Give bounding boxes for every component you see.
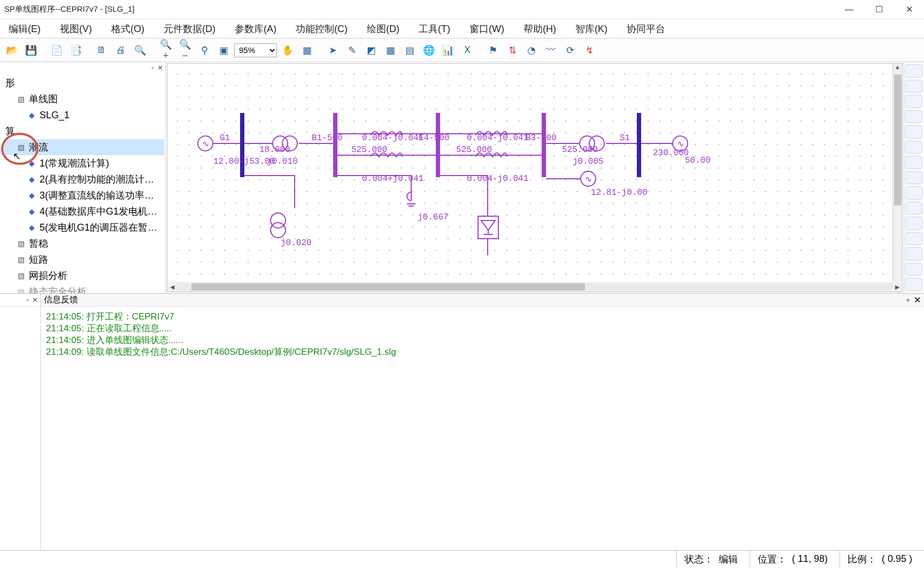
save-icon[interactable]: 💾 — [22, 42, 40, 59]
dock-btn-6[interactable] — [905, 141, 922, 154]
menu-help[interactable]: 帮助(H) — [519, 20, 560, 37]
run-icon[interactable]: ➤ — [324, 42, 341, 59]
dock-btn-9[interactable] — [905, 186, 922, 200]
line-bus-xfmr1[interactable] — [244, 143, 272, 144]
shunt-reactor[interactable] — [406, 187, 417, 210]
bus-b3[interactable] — [542, 113, 546, 177]
feedback-undock-icon[interactable]: ▫ — [906, 295, 910, 305]
flag-icon[interactable]: ⚑ — [484, 42, 502, 59]
close-button[interactable]: ✕ — [894, 0, 924, 19]
menu-zhiku[interactable]: 智库(K) — [571, 20, 612, 37]
tree-calc-item-3[interactable]: ◆3(调整直流线的输送功率… — [3, 187, 164, 203]
menu-window[interactable]: 窗口(W) — [465, 20, 509, 37]
pan-icon[interactable]: ✋ — [279, 42, 296, 59]
panel-close-icon[interactable]: ✕ — [32, 296, 38, 304]
tree-wangsun[interactable]: ▧网损分析 — [3, 268, 164, 284]
generator-g1[interactable]: ∿ — [197, 135, 213, 151]
new-doc-icon[interactable]: 📄 — [48, 42, 65, 59]
open-file-icon[interactable]: 📂 — [3, 42, 20, 59]
tree-calc-item-4[interactable]: ◆4(基础数据库中G1发电机… — [3, 203, 164, 219]
tree-slg1[interactable]: ◆SLG_1 — [3, 107, 164, 123]
line-xfmr2-bus[interactable] — [606, 143, 637, 144]
menu-component[interactable]: 元件数据(D) — [159, 20, 220, 37]
menu-draw[interactable]: 绘图(D) — [363, 20, 404, 37]
project-tree[interactable]: 形 ▧单线图 ◆SLG_1 算 ▧潮流 ◆1(常规潮流计算) ◆2(具有控制功能… — [0, 73, 165, 293]
tree-duanlu[interactable]: ▧短路 — [3, 252, 164, 268]
dock-btn-11[interactable] — [905, 217, 922, 230]
line-bus-gen[interactable] — [641, 143, 672, 144]
tree-calc-item-5[interactable]: ◆5(发电机G1的调压器在暂… — [3, 219, 164, 235]
minimize-button[interactable]: — — [834, 0, 864, 19]
diagram-canvas[interactable]: ∿ ∿ ∿ — [167, 64, 902, 282]
grid-icon[interactable]: ▦ — [298, 42, 315, 59]
tree-jingtai[interactable]: ▧静态安全分析 — [3, 284, 164, 293]
preview-icon[interactable]: 🔍 — [132, 42, 149, 59]
menu-view[interactable]: 视图(V) — [56, 20, 96, 37]
tree-chaoliu[interactable]: ▧潮流 — [3, 139, 164, 155]
line-b3-dev[interactable] — [487, 175, 488, 255]
refresh-icon[interactable]: ⟳ — [561, 42, 579, 59]
chart-icon[interactable]: 📊 — [440, 42, 457, 59]
tree-calc-item-2[interactable]: ◆2(具有控制功能的潮流计… — [3, 171, 164, 187]
bus-b4[interactable] — [436, 113, 440, 177]
menu-paramlib[interactable]: 参数库(A) — [230, 20, 281, 37]
line-b1-down-h[interactable] — [244, 175, 295, 176]
menu-format[interactable]: 格式(O) — [107, 20, 149, 37]
swap-icon[interactable]: ⇅ — [504, 42, 521, 59]
print-icon[interactable]: 🖨 — [112, 42, 129, 59]
wave-icon[interactable]: 〰 — [542, 42, 559, 59]
dock-btn-1[interactable] — [905, 64, 922, 78]
dock-btn-15[interactable] — [905, 278, 922, 291]
dock-btn-7[interactable] — [905, 156, 922, 169]
dock-btn-4[interactable] — [905, 110, 922, 124]
menu-function[interactable]: 功能控制(C) — [291, 20, 352, 37]
dock-btn-10[interactable] — [905, 202, 922, 215]
dock-btn-3[interactable] — [905, 95, 922, 108]
line-g1-bus[interactable] — [213, 143, 240, 144]
canvas-hscroll[interactable]: ◀▶ — [167, 282, 902, 292]
tree-calc-item-1[interactable]: ◆1(常规潮流计算) — [3, 155, 164, 171]
clock-icon[interactable]: ◔ — [523, 42, 540, 59]
zoom-in-icon[interactable]: 🔍+ — [157, 42, 174, 59]
menu-tools[interactable]: 工具(T) — [414, 20, 455, 37]
tool-c-icon[interactable]: ▦ — [382, 42, 399, 59]
dock-btn-2[interactable] — [905, 80, 922, 93]
line-b1-down[interactable] — [294, 175, 295, 208]
dock-btn-13[interactable] — [905, 247, 922, 261]
tree-calc[interactable]: 算 — [3, 123, 164, 139]
tree-single-line[interactable]: ▧单线图 — [3, 91, 164, 107]
page-setup-icon[interactable]: 🗎 — [93, 42, 110, 59]
zoom-reset-icon[interactable]: ⚲ — [196, 42, 213, 59]
feedback-close-icon[interactable]: ✕ — [914, 295, 921, 305]
log-output[interactable]: 21:14:05: 打开工程：CEPRI7v7 21:14:05: 正在读取工程… — [41, 307, 924, 550]
zoom-out-icon[interactable]: 🔍− — [176, 42, 194, 59]
menu-edit[interactable]: 编辑(E) — [4, 20, 45, 37]
bus-right[interactable] — [637, 113, 641, 177]
bus-b1[interactable] — [333, 113, 337, 177]
canvas-vscroll[interactable]: ▲ — [892, 64, 902, 282]
tool-a-icon[interactable]: ✎ — [343, 42, 360, 59]
menu-collab[interactable]: 协同平台 — [622, 20, 669, 37]
sidebar-undock-icon[interactable]: ▫ — [151, 64, 154, 72]
dock-btn-8[interactable] — [905, 171, 922, 185]
dock-btn-12[interactable] — [905, 232, 922, 246]
fit-window-icon[interactable]: ▣ — [215, 42, 232, 59]
tree-root-shape[interactable]: 形 — [3, 75, 164, 91]
panel-undock-icon[interactable]: ▫ — [26, 296, 29, 304]
trend-icon[interactable]: ↯ — [581, 42, 598, 59]
zoom-select[interactable]: 95% — [234, 43, 277, 57]
tree-zanwen[interactable]: ▧暂稳 — [3, 235, 164, 252]
line-xfmr1-b1[interactable] — [299, 143, 333, 144]
copy-doc-icon[interactable]: 📑 — [67, 42, 84, 59]
maximize-button[interactable]: ☐ — [864, 0, 894, 19]
converter-device[interactable] — [478, 216, 499, 239]
excel-icon[interactable]: X — [459, 42, 476, 59]
generator-s[interactable]: ∿ — [580, 171, 596, 187]
globe-icon[interactable]: 🌐 — [420, 42, 437, 59]
tool-d-icon[interactable]: ▤ — [401, 42, 418, 59]
line-b3-xfmr2[interactable] — [546, 143, 579, 144]
bus-left[interactable] — [240, 113, 244, 177]
dock-btn-14[interactable] — [905, 263, 922, 276]
dock-btn-5[interactable] — [905, 125, 922, 139]
tool-b-icon[interactable]: ◩ — [363, 42, 380, 59]
